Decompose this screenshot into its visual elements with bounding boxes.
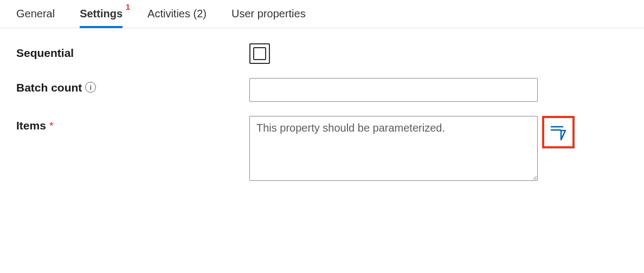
items-label: Items *	[16, 116, 249, 132]
tab-strip: General Settings 1 Activities (2) User p…	[0, 0, 644, 28]
settings-form: Sequential Batch count i Items *	[0, 28, 644, 181]
batch-count-label: Batch count i	[16, 78, 249, 94]
tab-general[interactable]: General	[16, 8, 55, 28]
sequential-checkbox[interactable]	[249, 43, 270, 64]
tab-activities-label: Activities (2)	[147, 8, 207, 20]
batch-count-label-text: Batch count	[16, 81, 82, 94]
tab-user-properties[interactable]: User properties	[231, 8, 306, 28]
checkbox-outline-icon	[253, 47, 266, 60]
add-dynamic-content-button[interactable]	[542, 116, 575, 148]
row-items: Items *	[16, 116, 628, 181]
items-label-text: Items	[16, 119, 46, 132]
tab-general-label: General	[16, 8, 55, 20]
svg-marker-2	[561, 131, 565, 140]
batch-count-input[interactable]	[249, 78, 538, 102]
tab-settings-label: Settings	[80, 8, 123, 20]
tab-user-properties-label: User properties	[231, 8, 306, 20]
row-batch-count: Batch count i	[16, 78, 628, 102]
required-mark: *	[49, 119, 54, 132]
items-input[interactable]	[249, 116, 538, 181]
info-icon[interactable]: i	[85, 82, 96, 93]
tab-activities[interactable]: Activities (2)	[147, 8, 207, 28]
tab-settings[interactable]: Settings 1	[80, 8, 123, 28]
dynamic-content-icon	[550, 123, 567, 141]
row-sequential: Sequential	[16, 43, 628, 64]
sequential-label: Sequential	[16, 43, 249, 60]
tab-settings-badge: 1	[126, 2, 130, 11]
